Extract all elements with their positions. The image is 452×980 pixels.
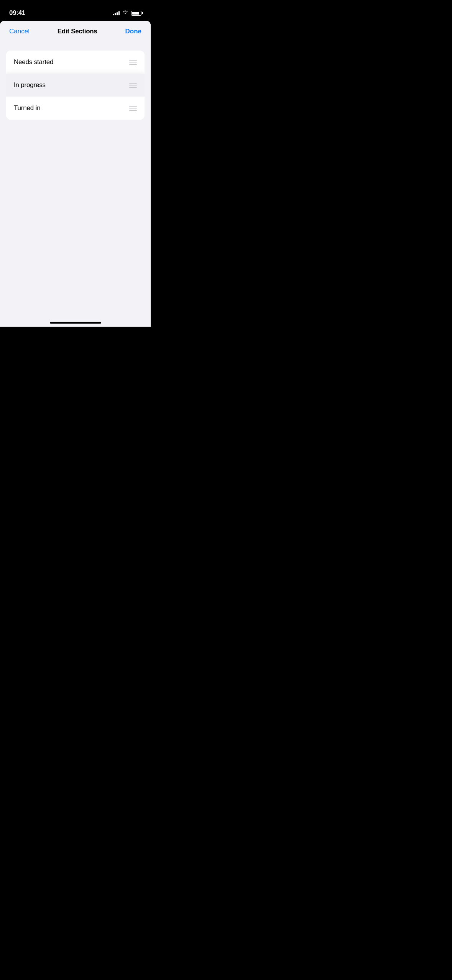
page-title: Edit Sections xyxy=(58,28,97,35)
done-button[interactable]: Done xyxy=(125,28,142,35)
nav-bar: Cancel Edit Sections Done xyxy=(0,21,151,41)
section-label: Needs started xyxy=(14,58,53,66)
cancel-button[interactable]: Cancel xyxy=(9,28,30,35)
status-icons xyxy=(113,10,141,16)
battery-icon xyxy=(131,11,141,16)
home-indicator xyxy=(50,322,101,324)
list-item[interactable]: Turned in xyxy=(6,97,145,120)
signal-icon xyxy=(113,11,120,15)
list-item[interactable]: Needs started xyxy=(6,51,145,74)
wifi-icon xyxy=(122,10,128,16)
sections-list: Needs started In progress Turned in xyxy=(6,51,145,120)
status-bar: 09:41 xyxy=(0,0,151,21)
main-content: Cancel Edit Sections Done Needs started … xyxy=(0,21,151,327)
drag-handle-icon[interactable] xyxy=(129,106,137,111)
status-time: 09:41 xyxy=(9,9,25,17)
drag-handle-icon[interactable] xyxy=(129,83,137,88)
list-item[interactable]: In progress xyxy=(6,74,145,97)
section-label: Turned in xyxy=(14,104,40,112)
drag-handle-icon[interactable] xyxy=(129,60,137,65)
section-label: In progress xyxy=(14,81,46,89)
